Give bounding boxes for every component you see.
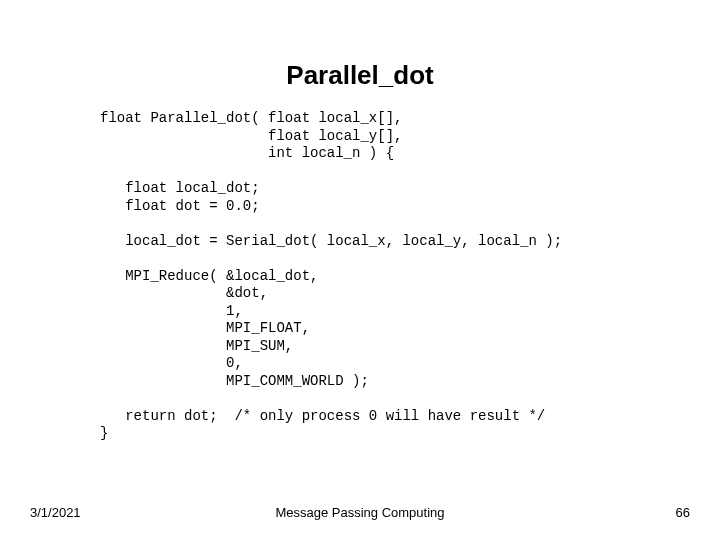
slide-title: Parallel_dot [0, 60, 720, 91]
footer-center: Message Passing Computing [0, 505, 720, 520]
slide: Parallel_dot float Parallel_dot( float l… [0, 0, 720, 540]
code-block: float Parallel_dot( float local_x[], flo… [100, 110, 562, 443]
footer-page-number: 66 [676, 505, 690, 520]
